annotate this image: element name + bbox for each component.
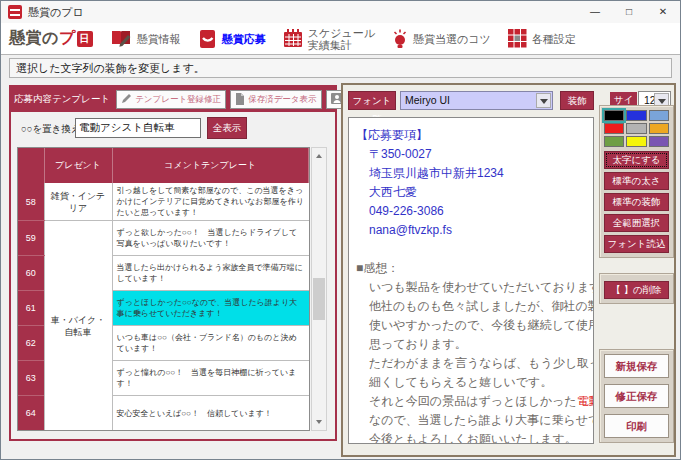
format-button-2[interactable]: 標準の装飾 — [604, 193, 669, 211]
format-button-3[interactable]: 全範囲選択 — [604, 214, 669, 232]
editor-text-segment: 【応募要項】 — [356, 128, 428, 142]
toolbar-item-label: 各種設定 — [532, 33, 576, 45]
comment-template-cell[interactable]: 引っ越しをして簡素な部屋なので、この当選をきっかけにインテリアに目覚めてきれいな… — [112, 183, 309, 221]
close-icon[interactable]: ✕ — [646, 1, 680, 23]
editor-line: 049-226-3086 — [356, 202, 593, 221]
template-panel-title: 応募内容テンプレート — [14, 93, 110, 106]
color-swatch-black[interactable] — [604, 110, 624, 121]
application-form-panel: フォント一覧 Meiryo UI 装飾 サイズ 12 【応募要項】〒350-00… — [341, 83, 676, 457]
scroll-up-icon[interactable] — [312, 149, 326, 163]
header-button-1[interactable]: 保存済データ表示 — [230, 90, 321, 109]
row-number: 60 — [18, 256, 44, 291]
row-number: 65 — [18, 431, 44, 432]
comment-template-cell[interactable]: 本が大好きでいつも読み聞かせてもらっています！ — [112, 431, 309, 432]
app-window: 懸賞のプロ — □ ✕ 懸賞の プ 日 懸賞情報懸賞応募スケジュール実績集計懸賞… — [0, 0, 681, 460]
editor-text-segment: 思っております。 — [369, 337, 467, 351]
editor-text-segment: 他社のものも色々試しましたが、御社の製品が最も — [369, 299, 593, 313]
status-message-box: 選択した文字列の装飾を変更します。 — [9, 58, 672, 78]
header-button-label: 保存済データ表示 — [248, 94, 316, 106]
replace-label: ○○を置き換え — [21, 123, 81, 136]
toolbar-item-2[interactable]: スケジュール実績集計 — [283, 27, 375, 51]
table-header-row: プレゼント コメントテンプレート — [18, 148, 309, 183]
book-pencil-icon — [110, 29, 132, 48]
minimize-icon[interactable]: — — [578, 1, 612, 23]
present-category-cell: 車・バイク・自転車 — [44, 221, 112, 431]
color-swatch-yellow[interactable] — [626, 136, 646, 147]
chevron-down-icon[interactable] — [536, 93, 551, 108]
comment-editor[interactable]: 【応募要項】〒350-0027埼玉県川越市中新井1234大西七愛049-226-… — [348, 117, 594, 444]
table-row: 58雑貨・インテリア引っ越しをして簡素な部屋なので、この当選をきっかけにインテリ… — [18, 183, 309, 221]
font-list-label: フォント一覧 — [348, 91, 396, 110]
main-toolbar: 懸賞の プ 日 懸賞情報懸賞応募スケジュール実績集計懸賞当選のコツ各種設定 — [1, 23, 680, 55]
comment-template-cell[interactable]: ずっと憧れの○○！ 当選を毎日神棚に祈っています！ — [112, 361, 309, 396]
editor-line: 他社のものも色々試しましたが、御社の製品が最も — [356, 297, 593, 316]
window-title: 懸賞のプロ — [28, 5, 578, 20]
comment-template-cell[interactable]: 安心安全といえば○○！ 信頼しています！ — [112, 396, 309, 431]
color-swatch-red[interactable] — [604, 123, 624, 134]
calendar-icon — [283, 29, 303, 48]
editor-line: なので、当選したら誰より大事に乗らせていただきます！ — [356, 411, 593, 430]
replace-input[interactable] — [75, 118, 201, 138]
new-save-button[interactable]: 新規保存 — [604, 354, 669, 378]
table-scrollbar[interactable] — [311, 147, 327, 431]
font-select[interactable]: Meiryo UI — [400, 91, 553, 110]
update-save-button[interactable]: 修正保存 — [604, 384, 669, 408]
editor-text-segment: 細くしてもらえると嬉しいです。 — [369, 375, 552, 389]
present-category-cell: 出版物 — [44, 431, 112, 432]
color-swatch-gray[interactable] — [626, 123, 646, 134]
toolbar-item-4[interactable]: 各種設定 — [508, 29, 576, 48]
editor-line: 使いやすかったので、今後も継続して使用したいと — [356, 316, 593, 335]
color-swatch-purple[interactable] — [649, 136, 669, 147]
editor-text-segment: 今後ともよろしくお願いいたします。 — [369, 432, 577, 444]
editor-text-segment: 049-226-3086 — [369, 204, 444, 218]
editor-line: ただわがままを言うならば、もう少し取っ手部分の太さを — [356, 354, 593, 373]
header-button-0[interactable]: テンプレート登録修正 — [116, 90, 226, 109]
editor-text-segment: ■感想： — [356, 261, 399, 275]
color-palette — [604, 110, 669, 147]
format-button-0[interactable]: 太字にする — [604, 151, 669, 169]
status-message: 選択した文字列の装飾を変更します。 — [16, 62, 205, 74]
save-box: 新規保存修正保存印刷 — [599, 349, 674, 443]
editor-line — [356, 240, 593, 259]
bracket-box: 【 】の削除 — [599, 273, 674, 304]
template-panel-header: 応募内容テンプレート テンプレート登録修正保存済データ表示応募者リスト — [11, 87, 335, 112]
toolbar-item-0[interactable]: 懸賞情報 — [110, 29, 181, 48]
toolbar-items: 懸賞情報懸賞応募スケジュール実績集計懸賞当選のコツ各種設定 — [110, 27, 576, 51]
logo-box-icon: 日 — [77, 31, 93, 47]
print-button[interactable]: 印刷 — [604, 414, 669, 438]
format-button-4[interactable]: フォント読込 — [604, 235, 669, 253]
editor-text-segment: 使いやすかったので、今後も継続して使用したいと — [369, 318, 593, 332]
editor-line: それと今回の景品はずっとほしかった電動アシスト自転車 — [356, 392, 593, 411]
comment-template-cell[interactable]: いつも車は○○（会社・ブランド名）のものと決めています！ — [112, 326, 309, 361]
comment-template-cell[interactable]: 当選したら出かけられるよう家族全員で準備万端にしています！ — [112, 256, 309, 291]
scrollbar-thumb[interactable] — [313, 278, 325, 320]
comment-template-cell[interactable]: ずっとほしかった○○なので、当選したら誰より大事に乗らせていただきます！ — [112, 291, 309, 326]
color-swatch-orange[interactable] — [649, 123, 669, 134]
toolbar-item-1[interactable]: 懸賞応募 — [198, 29, 266, 49]
app-icon — [8, 5, 22, 19]
comment-template-cell[interactable]: ずっと欲しかった○○！ 当選したらドライブして写真をいっぱい取りたいです！ — [112, 221, 309, 256]
header-button-label: テンプレート登録修正 — [135, 94, 221, 106]
scroll-down-icon[interactable] — [312, 415, 326, 429]
editor-line: nana@ftvzkp.fs — [356, 221, 593, 240]
color-swatch-blue[interactable] — [626, 110, 646, 121]
color-swatch-light-blue[interactable] — [649, 110, 669, 121]
format-buttons: 太字にする標準の太さ標準の装飾全範囲選択フォント読込 — [604, 151, 669, 253]
editor-text-segment: 〒350-0027 — [369, 147, 432, 161]
editor-line: 【応募要項】 — [356, 126, 593, 145]
color-swatch-green[interactable] — [604, 136, 624, 147]
show-all-button[interactable]: 全表示 — [207, 117, 247, 139]
maximize-icon[interactable]: □ — [612, 1, 646, 23]
bracket-delete-button[interactable]: 【 】の削除 — [604, 281, 669, 299]
logo-text: 懸賞の — [9, 28, 59, 49]
row-number: 61 — [18, 291, 44, 326]
titlebar: 懸賞のプロ — □ ✕ — [1, 1, 680, 23]
editor-line: 埼玉県川越市中新井1234 — [356, 164, 593, 183]
decorate-button[interactable]: 装飾 — [560, 91, 594, 110]
format-box: 太字にする標準の太さ標準の装飾全範囲選択フォント読込 — [599, 105, 674, 258]
pencil-icon — [121, 93, 132, 106]
format-button-1[interactable]: 標準の太さ — [604, 172, 669, 190]
toolbar-item-3[interactable]: 懸賞当選のコツ — [392, 29, 491, 49]
window-controls: — □ ✕ — [578, 1, 680, 23]
comment-template-table: プレゼント コメントテンプレート 58雑貨・インテリア引っ越しをして簡素な部屋な… — [17, 147, 310, 431]
